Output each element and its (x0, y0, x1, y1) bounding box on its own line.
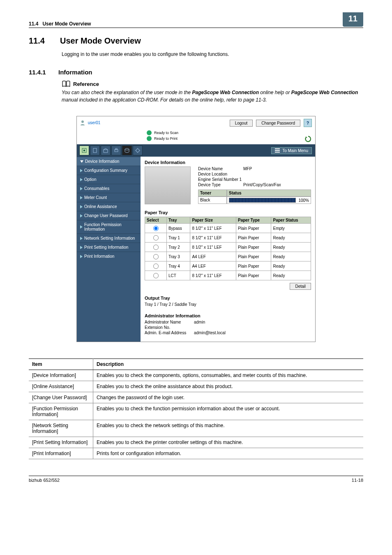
toner-percent: 100% (298, 198, 309, 203)
sidebar-item-function-permission[interactable]: Function Permission Information (77, 220, 141, 234)
admin-name-label: Administrator Name (145, 320, 194, 324)
dev-loc-label: Device Location (198, 172, 243, 176)
triangle-down-icon (80, 160, 83, 163)
svg-point-7 (136, 149, 139, 152)
tray-select-radio[interactable] (153, 254, 159, 259)
footer-page-no: 11-18 (352, 478, 363, 483)
sidebar-item-config-summary[interactable]: Configuration Summary (77, 166, 141, 175)
to-main-menu-label: To Main Menu (282, 148, 308, 153)
sidebar-item-label: Online Assistance (84, 204, 117, 209)
reference-text-part: manual included in the application CD-RO… (62, 97, 267, 103)
table-row: Tray 28 1/2" x 11" LEFPlain PaperReady (145, 243, 311, 252)
table-cell: Plain Paper (236, 243, 271, 252)
desc-item: [Network Setting Information] (29, 420, 93, 437)
sidebar-item-label: Network Setting Information (84, 236, 135, 240)
triangle-right-icon (80, 178, 83, 181)
triangle-right-icon (80, 169, 83, 172)
tab-print-icon[interactable] (111, 146, 121, 155)
dev-name-value: MFP (243, 166, 252, 171)
sidebar: Device Information Configuration Summary… (77, 157, 141, 342)
help-button[interactable]: ? (304, 119, 312, 127)
admin-info-title: Administrator Information (145, 313, 311, 318)
tab-box-icon[interactable] (101, 146, 111, 155)
svg-rect-5 (115, 148, 117, 150)
desc-item: [Online Assistance] (29, 381, 93, 392)
reference-label: Reference (73, 81, 99, 87)
table-cell: A4 LEF (190, 261, 236, 271)
toner-black-label: Black (198, 197, 227, 204)
sidebar-item-online-assistance[interactable]: Online Assistance (77, 202, 141, 211)
paper-tray-col-header: Tray (166, 217, 190, 224)
tab-job-icon[interactable] (90, 146, 100, 155)
table-row: Tray 4A4 LEFPlain PaperReady (145, 261, 311, 271)
username-link[interactable]: user01 (88, 120, 101, 125)
table-cell: LCT (166, 271, 190, 280)
scanner-status-icon (147, 130, 152, 135)
triangle-right-icon (80, 196, 83, 199)
table-cell: Plain Paper (236, 224, 271, 233)
svg-rect-8 (275, 148, 280, 149)
tab-customize-icon[interactable] (133, 146, 143, 155)
status-print-text: Ready to Print (154, 136, 178, 141)
admin-mail-value: admin@test.local (194, 331, 226, 335)
desc-item: [Print Setting Information] (29, 437, 93, 448)
tray-select-radio[interactable] (153, 273, 159, 278)
tray-select-radio[interactable] (153, 235, 159, 240)
reference-bold-2: PageScope Web Connection (291, 90, 358, 95)
tab-storage-icon[interactable] (122, 146, 132, 155)
desc-text: Enables you to check the online assistan… (93, 381, 364, 392)
desc-text: Enables you to check the network setting… (93, 420, 364, 437)
sidebar-item-consumables[interactable]: Consumables (77, 184, 141, 193)
tray-select-radio[interactable] (153, 226, 159, 231)
table-cell: Ready (271, 261, 311, 271)
table-row: [Print Setting Information]Enables you t… (29, 437, 363, 448)
table-row: [Function Permission Information]Enables… (29, 403, 363, 420)
svg-rect-9 (275, 150, 280, 151)
tab-strip: To Main Menu (77, 144, 315, 157)
paper-tray-col-header: Paper Type (236, 217, 271, 224)
table-row: LCT8 1/2" x 11" LEFPlain PaperReady (145, 271, 311, 280)
triangle-right-icon (80, 225, 83, 229)
sidebar-item-device-information[interactable]: Device Information (77, 157, 141, 166)
col-description: Description (93, 359, 364, 370)
desc-text: Prints font or configuration information… (93, 448, 364, 459)
desc-text: Changes the password of the login user. (93, 392, 364, 403)
toner-header-status: Status (227, 190, 311, 197)
toner-black-status: 100% (227, 197, 311, 204)
h1: 11.4 User Mode Overview (29, 36, 363, 46)
table-cell: Tray 1 (166, 233, 190, 243)
sidebar-item-print-information[interactable]: Print Information (77, 252, 141, 261)
h1-title: User Mode Overview (60, 36, 141, 46)
tab-information-icon[interactable] (79, 146, 89, 155)
table-row: [Online Assistance]Enables you to check … (29, 381, 363, 392)
header-section-no: 11.4 (29, 21, 38, 27)
table-cell: Bypass (166, 224, 190, 233)
sidebar-item-option[interactable]: Option (77, 175, 141, 184)
toner-header-toner: Toner (198, 190, 227, 197)
sidebar-item-network-setting[interactable]: Network Setting Information (77, 234, 141, 243)
reference-text-part: online help or (260, 90, 291, 95)
table-cell: 8 1/2" x 11" LEF (190, 243, 236, 252)
refresh-icon[interactable] (304, 135, 312, 143)
sidebar-item-print-setting[interactable]: Print Setting Information (77, 243, 141, 252)
toner-bar-fill (229, 198, 295, 202)
tray-select-radio[interactable] (153, 264, 159, 269)
intro-paragraph: Logging in to the user mode enables you … (62, 51, 363, 58)
paper-tray-title: Paper Tray (145, 210, 311, 215)
content-pane: Device Information Device NameMFP Device… (141, 157, 315, 342)
tray-select-radio[interactable] (153, 245, 159, 250)
sidebar-item-change-user-password[interactable]: Change User Password (77, 211, 141, 220)
sidebar-item-meter-count[interactable]: Meter Count (77, 193, 141, 202)
to-main-menu-button[interactable]: To Main Menu (271, 147, 312, 154)
desc-item: [Function Permission Information] (29, 403, 93, 420)
svg-rect-10 (275, 152, 280, 153)
detail-button[interactable]: Detail (290, 283, 311, 290)
header-section-title: User Mode Overview (42, 21, 91, 27)
change-password-button[interactable]: Change Password (256, 120, 300, 127)
sidebar-item-label: Configuration Summary (84, 168, 127, 173)
printer-status-icon (147, 136, 152, 141)
svg-point-0 (81, 120, 84, 123)
table-cell: Plain Paper (236, 261, 271, 271)
table-cell: Ready (271, 271, 311, 280)
logout-button[interactable]: Logout (230, 120, 253, 127)
